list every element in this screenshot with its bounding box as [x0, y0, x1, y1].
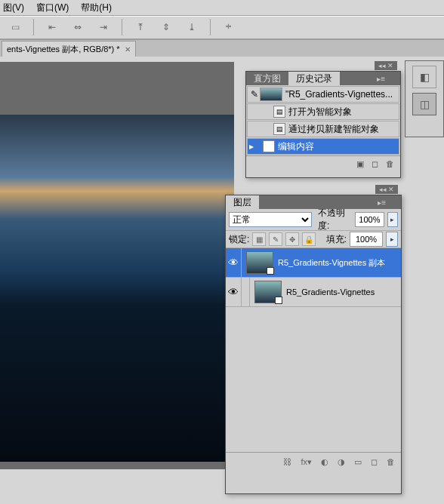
- layers-footer: ⛓ fx▾ ◐ ◑ ▭ ◻ 🗑: [226, 452, 401, 471]
- fx-icon[interactable]: fx▾: [301, 457, 312, 467]
- panel-menu-icon[interactable]: ▸≡: [378, 198, 386, 207]
- history-step-1[interactable]: ▤ 打开为智能对象: [247, 103, 399, 120]
- align-left-icon[interactable]: ⇤: [42, 17, 63, 37]
- menu-view[interactable]: 图(V): [3, 2, 24, 14]
- menu-help[interactable]: 帮助(H): [81, 2, 112, 14]
- collapse-icon[interactable]: ◂◂ ✕: [375, 185, 398, 194]
- layer-item[interactable]: 👁 R5_Gradients-Vignettes 副本: [226, 248, 401, 278]
- histogram-thumb-icon[interactable]: ◧: [412, 66, 436, 88]
- lock-position-icon[interactable]: ✥: [285, 232, 299, 246]
- doc-icon: ▤: [263, 140, 275, 152]
- canvas-area: [0, 62, 234, 469]
- group-icon[interactable]: ▭: [354, 457, 362, 467]
- menu-window[interactable]: 窗口(W): [36, 2, 69, 14]
- align-right-icon[interactable]: ⇥: [93, 17, 114, 37]
- layers-panel: ◂◂ ✕ 图层 ▸≡ 正常 不透明度: 100% ▸ 锁定: ▦ ✎ ✥ 🔒 填…: [225, 195, 402, 494]
- tab-layers[interactable]: 图层: [226, 195, 259, 209]
- history-source[interactable]: ✎ "R5_Gradients-Vignettes...: [247, 86, 399, 103]
- mask-icon[interactable]: ◐: [321, 457, 328, 467]
- link-icon[interactable]: ⛓: [283, 457, 291, 466]
- fill-input[interactable]: 100%: [350, 232, 383, 247]
- history-panel: ◂◂ ✕ 直方图 历史记录 ▸≡ ✎ "R5_Gradients-Vignett…: [245, 71, 401, 178]
- document-tab-bar: ents-Vignettes 副本, RGB/8*) * ✕: [0, 39, 444, 57]
- fill-label: 填充:: [326, 233, 347, 246]
- blend-mode-select[interactable]: 正常: [229, 212, 312, 227]
- document-tab[interactable]: ents-Vignettes 副本, RGB/8*) * ✕: [2, 41, 136, 57]
- lock-label: 锁定:: [229, 233, 249, 246]
- doc-icon: ▤: [273, 123, 285, 135]
- align-center-h-icon[interactable]: ⇔: [67, 17, 88, 37]
- align-top-icon[interactable]: ⤒: [130, 17, 151, 37]
- tool-btn-1[interactable]: ▭: [5, 17, 26, 37]
- image-canvas[interactable]: [0, 115, 234, 462]
- document-tab-label: ents-Vignettes 副本, RGB/8*) *: [7, 44, 120, 55]
- menu-bar: 图(V) 窗口(W) 帮助(H): [0, 0, 444, 15]
- lock-all-icon[interactable]: 🔒: [302, 232, 316, 246]
- opacity-stepper[interactable]: ▸: [387, 212, 398, 227]
- swatches-icon[interactable]: ◫: [412, 93, 436, 115]
- align-center-v-icon[interactable]: ⇕: [156, 17, 177, 37]
- history-footer: ▣ ◻ 🗑: [246, 155, 400, 171]
- lock-pixels-icon[interactable]: ✎: [269, 232, 282, 246]
- options-bar: ▭ ⇤ ⇔ ⇥ ⤒ ⇕ ⤓ ⫩: [0, 16, 444, 38]
- new-doc-icon[interactable]: ◻: [372, 159, 378, 169]
- new-layer-icon[interactable]: ◻: [371, 457, 378, 467]
- layer-item[interactable]: 👁 R5_Gradients-Vignettes: [226, 278, 401, 307]
- collapsed-panel-strip: ◧ ◫: [405, 60, 444, 137]
- trash-icon[interactable]: 🗑: [386, 159, 394, 168]
- layer-thumb[interactable]: [246, 251, 273, 274]
- close-icon[interactable]: ✕: [125, 45, 131, 54]
- new-snapshot-icon[interactable]: ▣: [356, 159, 364, 169]
- tab-histogram[interactable]: 直方图: [246, 72, 288, 85]
- opacity-input[interactable]: 100%: [355, 212, 384, 227]
- align-bottom-icon[interactable]: ⤓: [181, 17, 202, 37]
- lock-transparent-icon[interactable]: ▦: [252, 232, 266, 246]
- distribute-icon[interactable]: ⫩: [218, 17, 239, 37]
- fill-stepper[interactable]: ▸: [386, 232, 398, 247]
- history-step-2[interactable]: ▤ 通过拷贝新建智能对象: [247, 121, 399, 137]
- tab-history[interactable]: 历史记录: [288, 72, 340, 85]
- trash-icon[interactable]: 🗑: [387, 457, 395, 466]
- layer-list: 👁 R5_Gradients-Vignettes 副本 👁 R5_Gradien…: [226, 248, 401, 452]
- history-thumb: [260, 88, 282, 101]
- visibility-icon[interactable]: 👁: [226, 248, 242, 277]
- collapse-icon[interactable]: ◂◂ ✕: [375, 61, 397, 70]
- panel-menu-icon[interactable]: ▸≡: [377, 75, 385, 83]
- layer-thumb[interactable]: [254, 281, 282, 303]
- adjustment-icon[interactable]: ◑: [338, 457, 345, 467]
- visibility-icon[interactable]: 👁: [226, 278, 242, 306]
- doc-icon: ▤: [273, 106, 285, 118]
- opacity-label: 不透明度:: [318, 207, 352, 232]
- history-step-3[interactable]: ▸ ▤ 编辑内容: [247, 138, 399, 155]
